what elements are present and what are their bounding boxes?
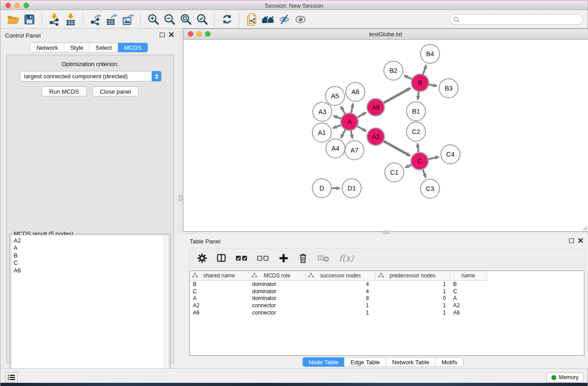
memory-button[interactable]: Memory	[546, 372, 583, 382]
close-table-panel-icon[interactable]	[578, 238, 583, 243]
column-header-predecessor-nodes[interactable]: predecessor nodes	[376, 271, 450, 281]
search-input[interactable]	[462, 16, 583, 23]
graph-edge-B-B4[interactable]	[423, 65, 426, 74]
table-cell-successor_nodes: 1	[306, 302, 376, 309]
graph-edge-C-C2[interactable]	[417, 143, 418, 152]
column-header-successor-nodes[interactable]: successor nodes	[306, 271, 376, 281]
close-panel-button[interactable]: Close panel	[92, 86, 139, 96]
application-window: Session: New Session	[0, 0, 588, 386]
graph-edge-A2-C[interactable]	[383, 141, 410, 156]
graph-edge-B-B2[interactable]	[404, 76, 412, 79]
network-canvas[interactable]: AA6A2BCA5A8A3A1A4A7B4B2B3B1C2C4C1C3DD1	[183, 40, 588, 231]
gear-icon	[197, 253, 207, 263]
graph-edge-A-A4[interactable]	[341, 130, 345, 138]
hide-selected-button[interactable]	[276, 12, 292, 27]
mcds-result-item[interactable]: A2	[11, 237, 169, 244]
tab-select[interactable]: Select	[90, 43, 118, 52]
table-cell-successor_nodes: 1	[306, 310, 376, 316]
import-network-button[interactable]	[46, 12, 62, 27]
resize-grip-icon[interactable]	[581, 224, 588, 231]
graph-edge-C-C3[interactable]	[423, 170, 426, 178]
graph-edge-B-B1[interactable]	[418, 92, 419, 100]
select-all-button[interactable]	[235, 251, 249, 265]
graph-edge-C-C4[interactable]	[429, 157, 439, 159]
table-row[interactable]: A2connector11A2	[190, 302, 584, 309]
export-image-button[interactable]	[120, 12, 136, 27]
show-columns-button[interactable]	[215, 251, 227, 265]
graph-edge-A-A7[interactable]	[351, 131, 352, 139]
vertical-splitter-grip[interactable]	[179, 195, 182, 201]
result-list-scrollbar[interactable]	[163, 235, 169, 386]
graph-edge-A-A5[interactable]	[341, 106, 345, 114]
search-field[interactable]	[449, 14, 583, 25]
zoom-fit-button[interactable]	[177, 12, 194, 27]
tab-node-table[interactable]: Node Table	[303, 357, 345, 367]
mcds-result-item[interactable]: A6	[11, 267, 169, 274]
network-window-titlebar[interactable]: testGlobe.txt	[183, 29, 588, 40]
table-cell-successor_nodes: 4	[306, 288, 376, 295]
deselect-all-button[interactable]	[256, 251, 270, 265]
run-mcds-button[interactable]: Run MCDS	[42, 86, 87, 96]
graph-edge-A-A3[interactable]	[333, 116, 341, 119]
graph-edge-A-A2[interactable]	[357, 126, 366, 131]
zoom-in-button[interactable]	[145, 12, 161, 27]
function-builder-button[interactable]: f(x)	[338, 251, 355, 265]
graph-edge-C-C1[interactable]	[405, 165, 411, 167]
tab-mcds[interactable]: MCDS	[118, 43, 147, 52]
node-table[interactable]: shared name MCDS role successor nodes	[189, 271, 584, 356]
graph-node-label: B4	[426, 50, 434, 57]
open-session-button[interactable]	[5, 12, 21, 27]
graph-edge-A-A8[interactable]	[351, 104, 353, 113]
table-panel-title: Table Panel	[190, 238, 220, 245]
save-session-button[interactable]	[21, 12, 38, 27]
graph-edge-A-A6[interactable]	[358, 113, 366, 118]
float-panel-icon[interactable]	[160, 33, 165, 37]
import-table-button[interactable]	[62, 12, 79, 27]
table-row[interactable]: Adominator80A	[190, 295, 584, 302]
task-history-button[interactable]	[5, 372, 18, 382]
tab-edge-table[interactable]: Edge Table	[344, 357, 386, 367]
mcds-result-list[interactable]: A2ABCA6	[11, 235, 169, 386]
search-icon	[454, 17, 459, 23]
delete-table-icon	[317, 254, 330, 262]
optimization-criterion-label: Optimization criterion:	[7, 61, 173, 67]
first-neighbors-button[interactable]	[260, 12, 276, 27]
column-header-shared-name[interactable]: shared name	[190, 271, 249, 281]
horizontal-splitter-grip[interactable]	[383, 231, 389, 234]
tab-network[interactable]: Network	[30, 43, 64, 52]
delete-table-button[interactable]	[316, 251, 330, 265]
mcds-result-item[interactable]: C	[11, 259, 169, 267]
table-row[interactable]: A6connector11A6	[190, 309, 584, 316]
create-column-button[interactable]	[277, 251, 289, 265]
delete-column-button[interactable]	[297, 251, 309, 265]
close-panel-icon[interactable]	[169, 32, 174, 37]
columns-icon	[216, 253, 226, 263]
table-cell-name: B	[450, 281, 487, 287]
table-cell-predecessor_nodes: 1	[376, 310, 450, 316]
zoom-out-button[interactable]	[161, 12, 177, 27]
tab-style[interactable]: Style	[64, 43, 90, 52]
graph-edge-B-B3[interactable]	[429, 85, 437, 86]
float-table-panel-icon[interactable]	[569, 238, 574, 243]
mcds-result-item[interactable]: A	[11, 244, 169, 252]
column-header-name[interactable]: name	[450, 271, 487, 281]
show-all-button[interactable]	[292, 12, 309, 27]
table-mode-button[interactable]	[196, 251, 208, 265]
graph-edge-A-A1[interactable]	[333, 125, 341, 128]
new-network-from-selection-button[interactable]	[244, 12, 260, 27]
table-row[interactable]: Bdominator41B	[190, 281, 584, 288]
optimization-criterion-select[interactable]: largest connected component (directed)	[20, 71, 162, 81]
graph-node-label: A2	[372, 133, 380, 140]
column-header-mcds-role[interactable]: MCDS role	[249, 271, 306, 281]
toolbar-separator	[140, 13, 141, 26]
mcds-result-item[interactable]: B	[11, 252, 169, 259]
refresh-button[interactable]	[219, 12, 235, 27]
graph-edge-A6-B[interactable]	[384, 88, 411, 103]
dropdown-selected-value: largest connected component (directed)	[24, 73, 128, 80]
zoom-selected-button[interactable]	[194, 12, 210, 27]
export-table-button[interactable]	[104, 12, 120, 27]
table-row[interactable]: Cdominator41C	[190, 288, 584, 295]
tab-network-table[interactable]: Network Table	[386, 357, 435, 367]
tab-motifs[interactable]: Motifs	[435, 357, 463, 367]
export-network-button[interactable]	[87, 12, 104, 27]
